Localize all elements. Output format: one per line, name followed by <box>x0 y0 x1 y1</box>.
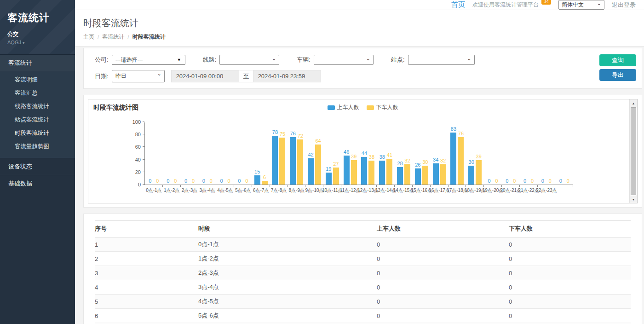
logout-link[interactable]: 退出登录 <box>612 1 636 9</box>
bar-column: 44 <box>361 122 367 185</box>
content: 公司: ---请选择--- 线路: 车辆: <box>75 46 644 324</box>
station-select[interactable] <box>408 55 475 65</box>
notification-badge[interactable]: 34 <box>541 0 551 5</box>
bar[interactable] <box>262 181 268 185</box>
home-link[interactable]: 首页 <box>451 0 465 9</box>
table-cell: 0 <box>377 309 509 323</box>
y-axis-tick-label: 100 <box>132 119 141 125</box>
bar[interactable] <box>468 166 474 185</box>
bar-value-label: 0 <box>506 178 508 184</box>
bar-value-label: 44 <box>362 150 367 156</box>
breadcrumb-home[interactable]: 主页 <box>83 33 94 41</box>
legend-label-alighting: 下车人数 <box>376 104 398 111</box>
bar[interactable] <box>333 168 339 185</box>
bar[interactable] <box>351 160 357 185</box>
bar[interactable] <box>458 137 464 185</box>
bar-column: 76 <box>290 122 296 185</box>
date-start-input[interactable]: 2024-01-09 00:00 <box>171 70 239 82</box>
bar[interactable] <box>272 136 278 185</box>
bar[interactable] <box>279 138 285 185</box>
sidebar-subitem[interactable]: 时段客流统计 <box>0 127 75 140</box>
bar-column: 39 <box>351 122 357 185</box>
bar[interactable] <box>290 137 296 185</box>
bar-column: 6 <box>262 122 268 185</box>
line-select[interactable] <box>219 55 279 65</box>
bar[interactable] <box>254 175 260 185</box>
col-header-alighting: 下车人数 <box>509 221 631 237</box>
table-cell: 3 <box>95 266 198 280</box>
sidebar-subitem[interactable]: 客流量趋势图 <box>0 140 75 153</box>
sidebar-item-base-data[interactable]: 基础数据 <box>0 175 75 192</box>
chart-vertical-scrollbar[interactable]: ▲ ▼ <box>629 99 637 203</box>
chart-legend: 上车人数 下车人数 <box>328 104 398 111</box>
bar-column: 0 <box>172 122 178 185</box>
scrollbar-thumb[interactable] <box>631 107 636 195</box>
sidebar-subitem[interactable]: 客流明细 <box>0 73 75 87</box>
sidebar-item-device-status[interactable]: 设备状态 <box>0 158 75 175</box>
bar[interactable] <box>379 161 385 185</box>
breadcrumb-current: 时段客流统计 <box>132 33 166 41</box>
org-code-dropdown[interactable]: AQGJ▾ <box>7 40 75 45</box>
bar[interactable] <box>433 163 439 185</box>
page-heading: 时段客流统计 主页 / 客流统计 / 时段客流统计 <box>75 10 644 46</box>
sidebar-subitem[interactable]: 客流汇总 <box>0 87 75 100</box>
bar[interactable] <box>440 164 446 185</box>
x-axis-tick-label: 8点-9点 <box>289 187 305 194</box>
bar-value-label: 0 <box>523 178 526 184</box>
bar-value-label: 0 <box>567 178 569 184</box>
breadcrumb-separator: / <box>98 34 99 40</box>
company-select[interactable]: ---请选择--- <box>112 55 185 65</box>
date-preset-value: 昨日 <box>115 72 126 80</box>
bar[interactable] <box>476 160 482 185</box>
search-button[interactable]: 查询 <box>599 54 636 66</box>
y-axis-tick <box>143 159 144 160</box>
bar-value-label: 30 <box>469 159 474 165</box>
bar-column: 26 <box>415 122 421 185</box>
bar[interactable] <box>397 167 403 185</box>
bar-column: 41 <box>386 122 392 185</box>
table-row: 10点-1点00 <box>95 237 631 252</box>
x-axis-tick-label: 5点-6点 <box>235 187 251 194</box>
bar-column: 76 <box>458 122 464 185</box>
language-select[interactable]: 简体中文 <box>558 0 604 10</box>
col-header-boarding: 上车人数 <box>377 221 509 237</box>
bar[interactable] <box>368 161 374 185</box>
bar[interactable] <box>404 164 410 185</box>
bar-value-label: 72 <box>298 133 303 139</box>
export-button[interactable]: 导出 <box>599 69 636 81</box>
bar-group: 263015点-16点 <box>413 122 431 185</box>
scroll-down-arrow-icon[interactable]: ▼ <box>630 196 637 203</box>
bar-column: 15 <box>254 122 260 185</box>
bar-value-label: 38 <box>380 154 385 160</box>
breadcrumb-separator: / <box>127 34 129 40</box>
bar-column: 0 <box>165 122 171 185</box>
sidebar-subitem[interactable]: 站点客流统计 <box>0 113 75 127</box>
bar-column: 0 <box>208 122 214 185</box>
x-axis-tick-label: 9点-10点 <box>305 187 324 194</box>
sidebar-subitem[interactable]: 线路客流统计 <box>0 100 75 113</box>
bar[interactable] <box>361 157 367 185</box>
bar[interactable] <box>297 139 303 185</box>
table-row: 32点-3点00 <box>95 266 631 280</box>
bar[interactable] <box>315 145 321 185</box>
bar[interactable] <box>344 156 350 185</box>
bar-value-label: 0 <box>495 178 498 184</box>
legend-item-boarding[interactable]: 上车人数 <box>328 104 359 111</box>
bar[interactable] <box>326 173 332 185</box>
bar-column: 0 <box>244 122 250 185</box>
sidebar-item-passenger-stats[interactable]: 客流统计 <box>0 55 75 71</box>
legend-item-alighting[interactable]: 下车人数 <box>367 104 398 111</box>
vehicle-select[interactable] <box>314 55 374 65</box>
bar[interactable] <box>450 133 456 185</box>
breadcrumb-section[interactable]: 客流统计 <box>102 33 124 41</box>
scroll-up-arrow-icon[interactable]: ▲ <box>630 99 637 107</box>
date-end-input[interactable]: 2024-01-09 23:59 <box>253 70 321 82</box>
bar[interactable] <box>422 166 428 185</box>
app-title: 客流统计 <box>7 11 75 25</box>
filter-row-2: 日期: 昨日 2024-01-09 00:00 至 2024-01-09 23:… <box>95 70 591 82</box>
date-preset-select[interactable]: 昨日 <box>112 70 165 82</box>
bar-column: 0 <box>218 122 224 185</box>
bar[interactable] <box>386 159 392 185</box>
bar[interactable] <box>308 158 314 185</box>
bar[interactable] <box>415 168 421 185</box>
